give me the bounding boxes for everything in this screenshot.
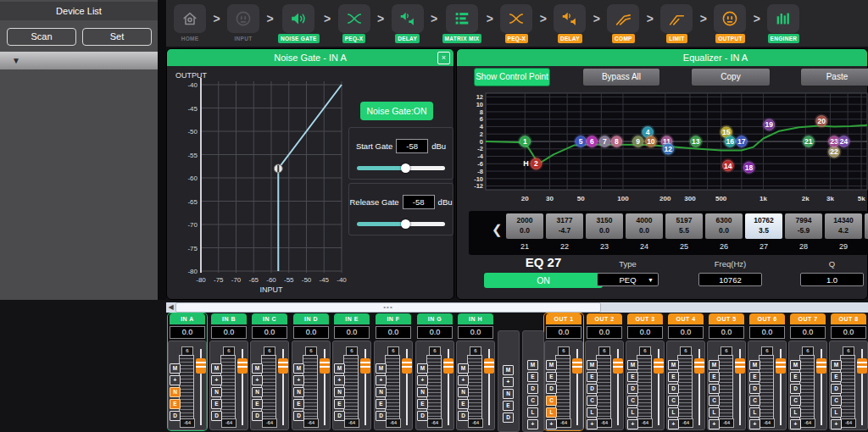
channel-button-d[interactable]: D — [749, 384, 760, 394]
utility-button-e[interactable]: E — [527, 372, 538, 382]
release-gate-value[interactable]: -58 — [403, 195, 435, 209]
channel-strip-in-e[interactable]: IN E0.06-64M+NED — [332, 313, 371, 430]
channel-button-e[interactable]: E — [293, 399, 304, 409]
paste-button[interactable]: Paste — [800, 68, 868, 86]
fader-handle[interactable] — [320, 358, 330, 374]
fader-handle[interactable] — [654, 358, 664, 374]
channel-button-d[interactable]: D — [831, 384, 842, 394]
utility-button-d[interactable]: D — [527, 384, 538, 394]
fader-handle[interactable] — [402, 358, 412, 374]
channel-strip-in-g[interactable]: IN G0.06-64M+NED — [415, 313, 454, 430]
type-dropdown[interactable]: PEQ ▼ — [597, 273, 659, 286]
channel-button-e[interactable]: E — [831, 372, 842, 382]
channel-button-e[interactable]: E — [211, 399, 222, 409]
toolbar-item-9-limit[interactable]: LIMIT — [658, 4, 695, 43]
channel-strip-in-h[interactable]: IN H0.06-64M+NED — [456, 313, 495, 430]
channel-button-d[interactable]: D — [334, 411, 345, 421]
device-tree-expander[interactable]: ▼ — [0, 52, 158, 69]
channel-button-d[interactable]: D — [293, 411, 304, 421]
channel-button-m[interactable]: M — [417, 363, 428, 374]
channel-button-l[interactable]: L — [709, 407, 720, 418]
channel-button-plus[interactable]: + — [293, 375, 304, 385]
channel-button-l[interactable]: L — [749, 407, 760, 418]
utility-button-c[interactable]: C — [527, 396, 538, 406]
channel-gain-display[interactable]: 0.0 — [668, 326, 704, 339]
channel-button-plus[interactable]: + — [709, 419, 720, 429]
channel-button-e[interactable]: E — [170, 399, 181, 409]
utility-button-d[interactable]: D — [503, 413, 514, 423]
utility-button-plus[interactable]: + — [503, 377, 514, 387]
channel-gain-display[interactable]: 0.0 — [458, 326, 493, 339]
channel-button-n[interactable]: N — [170, 387, 181, 397]
channel-button-d[interactable]: D — [417, 411, 428, 421]
channel-button-plus[interactable]: + — [252, 375, 263, 385]
channel-button-d[interactable]: D — [376, 411, 387, 421]
fader-handle[interactable] — [237, 358, 248, 374]
channel-button-l[interactable]: L — [587, 407, 598, 418]
band-cell-22[interactable]: 3177-4.7 — [546, 213, 583, 239]
channel-gain-display[interactable]: 0.0 — [831, 326, 866, 339]
channel-button-m[interactable]: M — [170, 363, 181, 374]
channel-button-m[interactable]: M — [668, 360, 679, 370]
channel-gain-display[interactable]: 0.0 — [546, 326, 581, 339]
utility-button-m[interactable]: M — [503, 365, 514, 375]
channel-button-plus[interactable]: + — [546, 419, 557, 429]
channel-strip-out-7[interactable]: OUT 70.06-64MEDCL+ — [788, 313, 827, 430]
start-gate-slider-handle[interactable] — [401, 163, 410, 173]
toolbar-item-11-enginer[interactable]: ENGINER — [765, 4, 802, 43]
channel-gain-display[interactable]: 0.0 — [211, 326, 247, 339]
toolbar-item-10-output[interactable]: OUTPUT — [711, 4, 748, 43]
utility-button-e[interactable]: E — [503, 401, 514, 411]
channel-button-l[interactable]: L — [627, 407, 638, 418]
scroll-left-arrow-icon[interactable]: ◀ — [166, 302, 175, 313]
channel-button-d[interactable]: D — [627, 384, 638, 394]
channel-gain-display[interactable]: 0.0 — [790, 326, 826, 339]
band-table-prev-arrow[interactable]: ❮ — [492, 222, 503, 237]
channel-button-plus[interactable]: + — [587, 419, 598, 429]
channel-strip-out-5[interactable]: OUT 50.06-64MEDCL+ — [707, 313, 746, 430]
channel-button-e[interactable]: E — [252, 399, 263, 409]
channel-button-m[interactable]: M — [334, 363, 345, 374]
channel-gain-display[interactable]: 0.0 — [587, 326, 622, 339]
channel-button-e[interactable]: E — [668, 372, 679, 382]
utility-button-m[interactable]: M — [527, 360, 538, 370]
channel-strip-in-c[interactable]: IN C0.06-64M+NED — [250, 313, 289, 430]
channel-button-d[interactable]: D — [709, 384, 720, 394]
channel-strip-out-2[interactable]: OUT 20.06-64MEDCL+ — [585, 313, 624, 430]
channel-button-d[interactable]: D — [790, 384, 801, 394]
channel-strip-out-1[interactable]: OUT 10.06-64MEDCL+ — [544, 313, 583, 430]
channel-button-d[interactable]: D — [170, 411, 181, 421]
channel-button-e[interactable]: E — [627, 372, 638, 382]
channel-button-plus[interactable]: + — [211, 375, 222, 385]
fader-handle[interactable] — [572, 358, 582, 374]
channel-button-plus[interactable]: + — [749, 419, 760, 429]
channel-gain-display[interactable]: 0.0 — [376, 326, 411, 339]
channel-button-plus[interactable]: + — [417, 375, 428, 385]
q-field[interactable]: 1.0 — [800, 273, 864, 286]
toolbar-item-6-peq-x[interactable]: PEQ-X — [498, 4, 535, 43]
band-cell-23[interactable]: 31500.0 — [586, 213, 623, 239]
channel-button-m[interactable]: M — [211, 363, 222, 374]
channel-gain-display[interactable]: 0.0 — [334, 326, 370, 339]
channel-gain-display[interactable]: 0.0 — [170, 326, 205, 339]
fader-handle[interactable] — [278, 358, 288, 374]
channel-gain-display[interactable]: 0.0 — [252, 326, 287, 339]
channel-button-plus[interactable]: + — [668, 419, 679, 429]
channel-button-e[interactable]: E — [334, 399, 345, 409]
channel-gain-display[interactable]: 0.0 — [709, 326, 744, 339]
noise-gate-toggle-button[interactable]: Noise Gate:ON — [360, 102, 433, 120]
channel-button-m[interactable]: M — [252, 363, 263, 374]
channel-button-n[interactable]: N — [417, 387, 428, 397]
channel-button-plus[interactable]: + — [170, 375, 181, 385]
channel-button-d[interactable]: D — [252, 411, 263, 421]
channel-button-c[interactable]: C — [668, 396, 679, 406]
channel-button-m[interactable]: M — [749, 360, 760, 370]
channel-button-c[interactable]: C — [627, 396, 638, 406]
channel-button-e[interactable]: E — [376, 399, 387, 409]
band-cell-26[interactable]: 63000.0 — [705, 213, 743, 239]
channel-button-n[interactable]: N — [293, 387, 304, 397]
channel-button-plus[interactable]: + — [627, 419, 638, 429]
fader-handle[interactable] — [443, 358, 453, 374]
channel-button-c[interactable]: C — [546, 396, 557, 406]
channel-button-d[interactable]: D — [211, 411, 222, 421]
